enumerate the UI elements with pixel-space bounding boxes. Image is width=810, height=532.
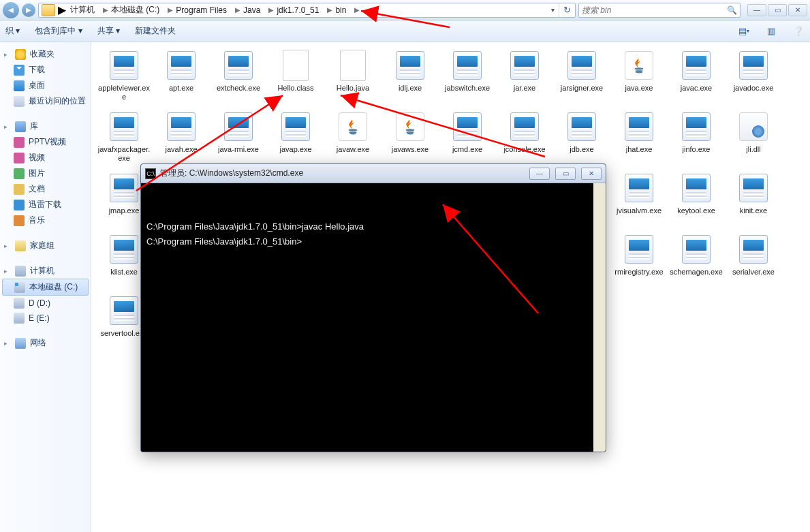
cmd-titlebar[interactable]: C:\ 管理员: C:\Windows\system32\cmd.exe — ▭… [141,164,606,183]
file-item[interactable]: serialver.exe [726,233,781,293]
chevron-right-icon[interactable]: ▶ [231,6,239,14]
breadcrumb-dropdown[interactable]: ▾ [546,6,559,14]
sidebar-item-thunder[interactable]: 迅雷下载 [0,197,91,213]
file-item[interactable]: jvisualvm.exe [612,172,666,232]
file-item[interactable]: extcheck.exe [211,49,266,109]
file-label: serialver.exe [732,268,775,277]
nav-forward-button[interactable]: ► [22,3,35,17]
breadcrumb-segment[interactable]: jdk1.7.0_51 [272,5,323,15]
search-box[interactable]: 🔍 [578,3,741,18]
chevron-right-icon[interactable]: ▶ [163,6,172,14]
file-item[interactable]: apt.exe [154,49,208,109]
cmd-output[interactable]: ▲ ▼ C:\Program Files\Java\jdk1.7.0_51\bi… [141,183,606,452]
file-icon [680,110,713,143]
sidebar-libraries-head[interactable]: ▸ 库 [0,119,91,134]
minimize-button[interactable]: — [747,4,766,16]
sidebar-item-drive-d[interactable]: D (D:) [0,296,91,311]
sidebar-computer-head[interactable]: ▸ 计算机 [0,263,91,279]
cmd-scrollbar[interactable]: ▲ ▼ [593,183,606,452]
chevron-right-icon[interactable]: ▶ [350,6,358,14]
organize-menu[interactable]: 织 ▾ [5,25,20,37]
file-item[interactable]: javafxpackager.exe [97,110,151,170]
sidebar-label: 迅雷下载 [29,199,61,210]
file-item[interactable]: java-rmi.exe [211,110,266,170]
file-icon [451,110,484,143]
sidebar-network-head[interactable]: ▸ 网络 [0,335,91,351]
preview-pane-button[interactable]: ▥ [765,25,777,37]
cmd-minimize-button[interactable]: — [529,168,550,180]
sidebar-item-video[interactable]: 视频 [0,150,91,166]
file-item[interactable]: kinit.exe [726,172,781,232]
sidebar-homegroup-head[interactable]: ▸ 家庭组 [0,238,91,253]
file-item[interactable]: idlj.exe [383,49,437,109]
view-options-button[interactable]: ▤▾ [738,25,750,37]
file-label: klist.exe [110,268,138,277]
chevron-right-icon[interactable]: ▶ [323,6,331,14]
sidebar-item-desktop[interactable]: 桌面 [0,78,91,93]
file-item[interactable]: jli.dll [726,110,781,170]
breadcrumb-bar[interactable]: ▶ 计算机▶本地磁盘 (C:)▶Program Files▶Java▶jdk1.… [38,3,576,18]
sidebar-item-downloads[interactable]: 下载 [0,62,91,78]
breadcrumb-segment[interactable]: Java [239,5,264,15]
sidebar-item-documents[interactable]: 文档 [0,181,91,197]
file-item[interactable]: jinfo.exe [669,110,723,170]
scroll-up-button[interactable]: ▲ [593,183,606,195]
scroll-down-button[interactable]: ▼ [593,439,606,452]
breadcrumb-segment[interactable]: bin [331,5,350,15]
file-item[interactable]: java.exe [612,49,666,109]
breadcrumb-segment[interactable]: 本地磁盘 (C:) [107,4,163,16]
file-item[interactable]: Hello.class [268,49,323,109]
file-item[interactable]: javap.exe [268,110,323,170]
maximize-button[interactable]: ▭ [768,4,787,16]
file-item[interactable]: javah.exe [154,110,208,170]
sidebar-item-music[interactable]: 音乐 [0,213,91,228]
sidebar-label: 视频 [29,152,45,163]
share-menu[interactable]: 共享 ▾ [97,25,120,37]
cmd-window[interactable]: C:\ 管理员: C:\Windows\system32\cmd.exe — ▭… [140,163,606,452]
file-item[interactable]: keytool.exe [669,172,723,232]
sidebar-label: 桌面 [29,80,45,91]
file-item[interactable]: jar.exe [497,49,552,109]
chevron-right-icon[interactable]: ▶ [264,6,272,14]
sidebar-item-pictures[interactable]: 图片 [0,166,91,181]
help-button[interactable]: ❔ [792,25,805,37]
file-icon [108,49,140,82]
file-item[interactable]: rmiregistry.exe [612,233,666,293]
file-item[interactable]: javaw.exe [326,110,380,170]
sidebar-item-drive-e[interactable]: E (E:) [0,311,91,326]
chevron-right-icon: ▸ [4,242,11,249]
sidebar-item-recent[interactable]: 最近访问的位置 [0,93,91,109]
chevron-right-icon[interactable]: ▶ [58,3,66,16]
file-item[interactable]: jconsole.exe [497,110,552,170]
file-item[interactable]: jhat.exe [612,110,666,170]
sidebar-item-pptv[interactable]: PPTV视频 [0,134,91,150]
file-item[interactable]: appletviewer.exe [97,49,151,109]
file-item[interactable]: javaws.exe [383,110,437,170]
file-item[interactable]: schemagen.exe [669,233,723,293]
close-button[interactable]: ✕ [788,4,807,16]
sidebar-favorites-head[interactable]: ▸ 收藏夹 [0,46,91,62]
new-folder-button[interactable]: 新建文件夹 [135,25,176,37]
drive-icon [14,282,25,293]
file-label: jinfo.exe [683,145,711,154]
file-item[interactable]: jabswitch.exe [440,49,495,109]
include-in-library-menu[interactable]: 包含到库中 ▾ [35,25,82,37]
file-item[interactable]: jdb.exe [555,110,609,170]
chevron-right-icon[interactable]: ▶ [99,6,107,14]
breadcrumb-segment[interactable]: 计算机 [66,4,99,16]
file-item[interactable]: jarsigner.exe [555,49,609,109]
cmd-maximize-button[interactable]: ▭ [555,168,576,180]
file-icon [737,172,770,204]
breadcrumb-segment[interactable]: Program Files [172,5,231,15]
refresh-button[interactable]: ↻ [559,3,575,17]
chevron-right-icon: ▸ [4,340,11,347]
file-item[interactable]: javadoc.exe [726,49,781,109]
search-input[interactable] [582,5,727,15]
scroll-track[interactable] [593,195,606,439]
nav-back-button[interactable]: ◄ [3,2,19,18]
file-item[interactable]: jcmd.exe [440,110,495,170]
file-item[interactable]: javac.exe [669,49,723,109]
file-item[interactable]: Hello.java [326,49,380,109]
cmd-close-button[interactable]: ✕ [581,168,602,180]
sidebar-item-drive-c[interactable]: 本地磁盘 (C:) [2,279,89,296]
